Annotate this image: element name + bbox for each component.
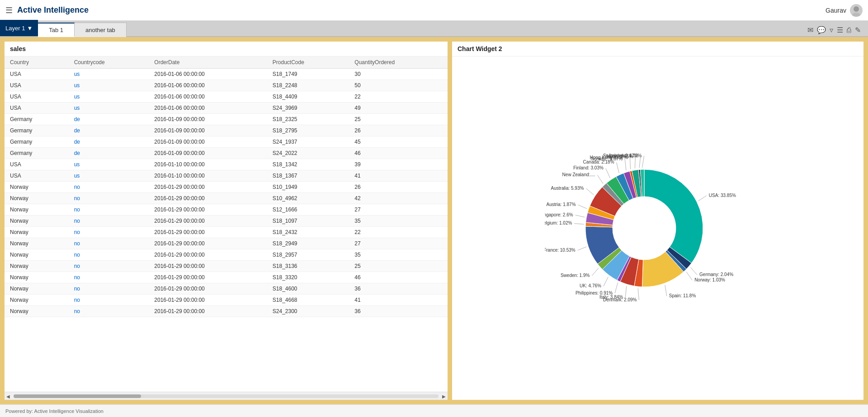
tab-another[interactable]: another tab	[75, 23, 127, 37]
country-code-link[interactable]: us	[74, 105, 80, 111]
table-cell: us	[69, 159, 149, 170]
scroll-right-arrow[interactable]: ▶	[442, 394, 446, 398]
table-row: Norwayno2016-01-29 00:00:00S24_230036	[5, 306, 448, 317]
table-cell: S18_1367	[267, 170, 349, 182]
table-cell: 45	[349, 136, 448, 148]
country-code-link[interactable]: no	[74, 240, 80, 247]
table-cell: 36	[349, 283, 448, 295]
table-row: Norwayno2016-01-29 00:00:00S18_243222	[5, 227, 448, 238]
table-cell: 2016-01-29 00:00:00	[149, 182, 267, 193]
table-cell: 49	[349, 103, 448, 114]
table-row: USAus2016-01-06 00:00:00S18_174930	[5, 69, 448, 80]
table-cell: 2016-01-29 00:00:00	[149, 261, 267, 272]
table-cell: S18_1749	[267, 69, 349, 80]
layer-button[interactable]: Layer 1 ▼	[0, 20, 38, 36]
table-cell: Germany	[5, 148, 69, 159]
table-cell: Norway	[5, 272, 69, 283]
chart-label-line	[592, 268, 599, 276]
country-code-link[interactable]: de	[74, 139, 80, 145]
country-code-link[interactable]: de	[74, 116, 80, 122]
chart-label-line	[642, 156, 644, 168]
table-cell: Norway	[5, 261, 69, 272]
chart-label-line	[606, 169, 610, 178]
chart-label-line	[625, 286, 627, 297]
country-code-link[interactable]: no	[74, 218, 80, 224]
chevron-down-icon: ▼	[27, 25, 33, 32]
sales-table: CountryCountrycodeOrderDateProductCodeQu…	[5, 56, 448, 317]
table-cell: USA	[5, 103, 69, 114]
table-cell: 2016-01-29 00:00:00	[149, 204, 267, 216]
table-cell: no	[69, 204, 149, 216]
table-cell: 2016-01-09 00:00:00	[149, 125, 267, 136]
horizontal-scrollbar[interactable]: ◀ ▶	[5, 392, 448, 400]
layer-label: Layer 1	[5, 25, 25, 32]
table-row: Norwayno2016-01-29 00:00:00S18_294927	[5, 238, 448, 249]
table-cell: 2016-01-09 00:00:00	[149, 136, 267, 148]
table-cell: USA	[5, 80, 69, 91]
country-code-link[interactable]: de	[74, 150, 80, 156]
edit-icon[interactable]: ✎	[855, 26, 861, 34]
scroll-left-arrow[interactable]: ◀	[6, 394, 10, 398]
settings-icon[interactable]: ☰	[837, 26, 843, 34]
scrollbar-thumb[interactable]	[14, 394, 141, 398]
country-code-link[interactable]: no	[74, 252, 80, 258]
filter-icon[interactable]: ▿	[830, 26, 833, 34]
country-code-link[interactable]: us	[74, 71, 80, 77]
table-cell: S24_2022	[267, 148, 349, 159]
table-cell: no	[69, 295, 149, 306]
table-cell: 41	[349, 295, 448, 306]
table-row: Norwayno2016-01-29 00:00:00S10_194926	[5, 182, 448, 193]
country-code-link[interactable]: us	[74, 94, 80, 100]
chart-label-line	[638, 288, 639, 300]
avatar[interactable]	[850, 4, 863, 17]
table-cell: 2016-01-06 00:00:00	[149, 80, 267, 91]
table-cell: 2016-01-29 00:00:00	[149, 295, 267, 306]
comment-icon[interactable]: 💬	[817, 26, 826, 34]
table-row: Germanyde2016-01-09 00:00:00S18_279526	[5, 125, 448, 136]
table-cell: S18_2248	[267, 80, 349, 91]
column-header: Country	[5, 56, 69, 69]
chart-segment[interactable]	[644, 169, 703, 263]
table-cell: S24_3969	[267, 103, 349, 114]
country-code-link[interactable]: no	[74, 308, 80, 314]
chart-label-line	[615, 283, 618, 293]
table-cell: Norway	[5, 193, 69, 204]
email-icon[interactable]: ✉	[807, 26, 813, 34]
tab-1[interactable]: Tab 1	[38, 23, 75, 37]
country-code-link[interactable]: no	[74, 229, 80, 235]
table-row: Norwayno2016-01-29 00:00:00S12_166627	[5, 204, 448, 216]
table-cell: 2016-01-06 00:00:00	[149, 103, 267, 114]
table-cell: no	[69, 193, 149, 204]
table-cell: USA	[5, 69, 69, 80]
table-cell: S18_2432	[267, 227, 349, 238]
country-code-link[interactable]: no	[74, 195, 80, 201]
table-cell: de	[69, 125, 149, 136]
table-wrapper: CountryCountrycodeOrderDateProductCodeQu…	[5, 56, 448, 392]
table-cell: us	[69, 103, 149, 114]
chart-label: Belgium: 1.02%	[545, 220, 572, 225]
table-cell: Norway	[5, 306, 69, 317]
chart-label-line	[625, 159, 626, 170]
country-code-link[interactable]: no	[74, 274, 80, 281]
country-code-link[interactable]: us	[74, 161, 80, 168]
hamburger-icon[interactable]: ☰	[5, 5, 13, 15]
table-cell: 2016-01-29 00:00:00	[149, 283, 267, 295]
country-code-link[interactable]: us	[74, 173, 80, 179]
country-code-link[interactable]: us	[74, 82, 80, 89]
chart-label: Australia: 5.93%	[551, 186, 584, 191]
country-code-link[interactable]: no	[74, 286, 80, 292]
table-widget: sales CountryCountrycodeOrderDateProduct…	[5, 42, 448, 400]
country-code-link[interactable]: de	[74, 127, 80, 134]
country-code-link[interactable]: no	[74, 206, 80, 213]
table-row: USAus2016-01-06 00:00:00S24_396949	[5, 103, 448, 114]
print-icon[interactable]: ⎙	[847, 26, 851, 34]
country-code-link[interactable]: no	[74, 297, 80, 303]
country-code-link[interactable]: no	[74, 184, 80, 190]
chart-label-line	[576, 215, 585, 217]
table-cell: 25	[349, 114, 448, 125]
table-container[interactable]: CountryCountrycodeOrderDateProductCodeQu…	[5, 56, 448, 317]
table-row: Norwayno2016-01-29 00:00:00S18_109735	[5, 216, 448, 227]
country-code-link[interactable]: no	[74, 263, 80, 269]
table-row: USAus2016-01-06 00:00:00S18_440922	[5, 91, 448, 103]
top-header: ☰ Active Intelligence Gaurav	[0, 0, 868, 21]
